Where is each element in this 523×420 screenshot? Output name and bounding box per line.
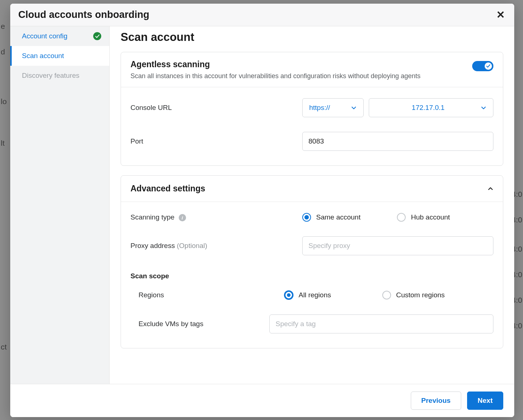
- modal-header: Cloud accounts onboarding ✕: [10, 4, 514, 26]
- agentless-card: Agentless scanning Scan all instances in…: [121, 52, 503, 166]
- radio-custom-regions[interactable]: Custom regions: [382, 291, 445, 299]
- sidebar-item-label: Scan account: [22, 52, 64, 60]
- sidebar-item-scan-account[interactable]: Scan account: [10, 46, 109, 66]
- sidebar: Account config Scan account Discovery fe…: [10, 26, 110, 384]
- port-input[interactable]: [302, 132, 493, 151]
- proxy-label-text: Proxy address: [130, 242, 175, 249]
- scanning-type-label: Scanning type i: [130, 213, 302, 221]
- console-host-value: 172.17.0.1: [376, 104, 481, 112]
- radio-hub-account[interactable]: Hub account: [397, 213, 450, 222]
- agentless-toggle[interactable]: [472, 61, 493, 71]
- agentless-title: Agentless scanning: [130, 60, 420, 69]
- previous-label: Previous: [421, 397, 451, 405]
- exclude-tags-row: Exclude VMs by tags: [130, 307, 493, 341]
- advanced-header[interactable]: Advanced settings: [121, 176, 503, 202]
- radio-label: Hub account: [411, 213, 450, 221]
- radio-label: Same account: [316, 213, 360, 221]
- scanning-type-row: Scanning type i Same account Hub account: [130, 206, 493, 229]
- next-label: Next: [478, 397, 493, 405]
- console-host-select[interactable]: 172.17.0.1: [369, 98, 493, 117]
- radio-all-regions[interactable]: All regions: [284, 290, 331, 300]
- modal-footer: Previous Next: [10, 384, 514, 417]
- agentless-card-header: Agentless scanning Scan all instances in…: [121, 52, 503, 87]
- check-circle-icon: [93, 32, 101, 40]
- radio-icon: [284, 290, 293, 300]
- chevron-down-icon: [481, 105, 486, 111]
- port-label: Port: [130, 137, 302, 145]
- console-url-row: Console URL https:// 172.17.0.1: [130, 91, 493, 125]
- console-scheme-value: https://: [309, 104, 330, 112]
- sidebar-item-account-config[interactable]: Account config: [10, 26, 109, 46]
- regions-label: Regions: [130, 291, 302, 299]
- proxy-input[interactable]: [302, 236, 493, 255]
- regions-row: Regions All regions Custom regions: [130, 283, 493, 307]
- radio-icon: [302, 213, 311, 222]
- chevron-down-icon: [351, 105, 357, 111]
- proxy-label: Proxy address (Optional): [130, 242, 302, 250]
- console-scheme-select[interactable]: https://: [302, 98, 364, 117]
- chevron-up-icon: [488, 186, 493, 192]
- console-url-label: Console URL: [130, 104, 302, 112]
- advanced-title: Advanced settings: [130, 184, 205, 194]
- radio-icon: [397, 213, 406, 222]
- modal-title: Cloud accounts onboarding: [18, 9, 149, 20]
- scan-scope-title: Scan scope: [130, 263, 493, 283]
- info-icon[interactable]: i: [179, 214, 186, 221]
- port-row: Port: [130, 125, 493, 158]
- modal-body: Account config Scan account Discovery fe…: [10, 26, 514, 384]
- main-panel: Scan account Agentless scanning Scan all…: [110, 26, 514, 384]
- radio-icon: [382, 291, 391, 299]
- previous-button[interactable]: Previous: [411, 392, 461, 410]
- next-button[interactable]: Next: [467, 392, 503, 410]
- exclude-tags-input[interactable]: [269, 314, 493, 333]
- proxy-row: Proxy address (Optional): [130, 229, 493, 263]
- proxy-optional: (Optional): [177, 242, 207, 249]
- sidebar-item-label: Discovery features: [22, 72, 79, 80]
- close-button[interactable]: ✕: [496, 9, 505, 21]
- check-icon: [486, 64, 490, 68]
- sidebar-item-label: Account config: [22, 32, 68, 40]
- scanning-type-label-text: Scanning type: [130, 213, 174, 221]
- advanced-body: Scanning type i Same account Hub account: [121, 202, 503, 348]
- advanced-card: Advanced settings Scanning type i: [121, 175, 503, 348]
- radio-label: All regions: [299, 291, 331, 299]
- agentless-subtitle: Scan all instances in this account for v…: [130, 72, 420, 80]
- close-icon: ✕: [496, 9, 505, 20]
- sidebar-item-discovery-features: Discovery features: [10, 66, 109, 85]
- radio-label: Custom regions: [396, 291, 445, 299]
- toggle-knob: [485, 62, 492, 70]
- agentless-card-body: Console URL https:// 172.17.0.1: [121, 87, 503, 165]
- radio-same-account[interactable]: Same account: [302, 213, 360, 222]
- page-title: Scan account: [121, 31, 503, 44]
- onboarding-modal: Cloud accounts onboarding ✕ Account conf…: [10, 4, 514, 417]
